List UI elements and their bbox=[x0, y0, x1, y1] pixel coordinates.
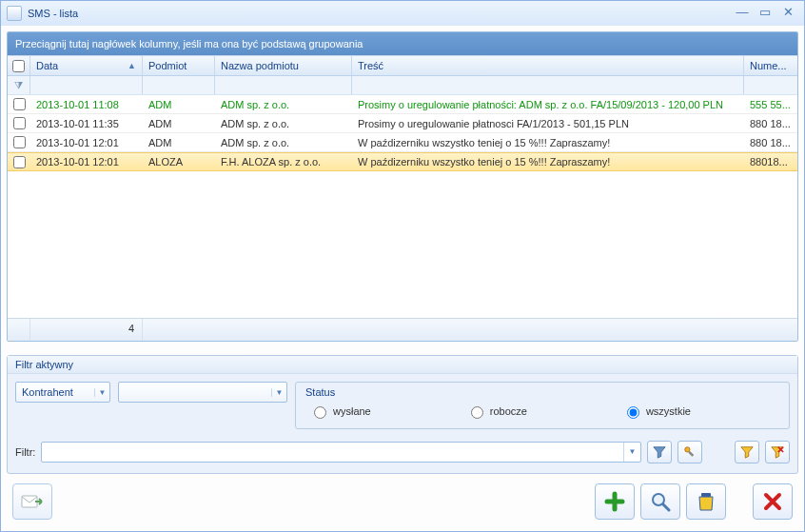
titlebar: SMS - lista — ▭ ✕ bbox=[1, 1, 804, 26]
magnifier-icon bbox=[650, 491, 671, 512]
cell-numer: 880 18... bbox=[744, 118, 797, 129]
close-button[interactable]: ✕ bbox=[777, 6, 798, 21]
bottom-toolbar bbox=[7, 476, 798, 525]
col-data[interactable]: Data▲ bbox=[30, 56, 143, 75]
close-window-button[interactable] bbox=[753, 483, 793, 520]
trash-icon bbox=[697, 491, 716, 512]
table-row[interactable]: 2013-10-01 11:35ADMADM sp. z o.o.Prosimy… bbox=[8, 114, 797, 133]
select-all-checkbox[interactable] bbox=[12, 60, 25, 72]
cell-podmiot: ADM bbox=[143, 99, 215, 110]
cell-podmiot: ALOZA bbox=[143, 156, 215, 167]
cell-numer: 88018... bbox=[744, 156, 797, 167]
minimize-button[interactable]: — bbox=[732, 6, 753, 21]
plus-icon bbox=[604, 491, 625, 512]
table-row[interactable]: 2013-10-01 12:01ADMADM sp. z o.o.W paźdi… bbox=[8, 133, 797, 152]
status-group: Status wysłane robocze wszystkie bbox=[295, 382, 790, 429]
clear-filter-button[interactable] bbox=[765, 441, 790, 463]
row-checkbox[interactable] bbox=[13, 98, 26, 110]
cell-nazwa: ADM sp. z o.o. bbox=[215, 137, 352, 148]
filter-label: Filtr: bbox=[15, 446, 35, 458]
col-nazwa[interactable]: Nazwa podmiotu bbox=[215, 56, 352, 75]
grid-footer: 4 bbox=[8, 318, 797, 341]
col-checkbox[interactable] bbox=[8, 56, 30, 75]
filter-text-input[interactable] bbox=[42, 443, 623, 462]
favorite-filter-button[interactable] bbox=[735, 441, 759, 463]
cell-data: 2013-10-01 12:01 bbox=[30, 156, 143, 167]
maximize-button[interactable]: ▭ bbox=[755, 6, 776, 21]
status-wyslane[interactable]: wysłane bbox=[309, 404, 371, 419]
sms-grid: Przeciągnij tutaj nagłówek kolumny, jeśl… bbox=[7, 31, 798, 342]
row-checkbox[interactable] bbox=[13, 117, 26, 129]
filter-text-combo[interactable]: ▼ bbox=[41, 442, 641, 463]
funnel-icon bbox=[653, 445, 666, 459]
groupby-bar[interactable]: Przeciągnij tutaj nagłówek kolumny, jeśl… bbox=[8, 32, 797, 55]
row-checkbox[interactable] bbox=[13, 156, 26, 168]
groupby-hint: Przeciągnij tutaj nagłówek kolumny, jeśl… bbox=[15, 38, 363, 49]
filter-field-value: Kontrahent bbox=[16, 386, 94, 398]
filter-panel-title: Filtr aktywny bbox=[8, 356, 797, 374]
cell-data: 2013-10-01 12:01 bbox=[30, 137, 143, 148]
svg-rect-1 bbox=[688, 451, 694, 457]
filter-panel: Filtr aktywny Kontrahent ▼ ▼ Status wysł… bbox=[7, 355, 798, 474]
cell-numer: 880 18... bbox=[744, 137, 797, 148]
chevron-down-icon: ▼ bbox=[271, 388, 286, 397]
svg-rect-2 bbox=[22, 496, 37, 507]
cell-tresc: W paźdizerniku wszystko teniej o 15 %!!!… bbox=[352, 156, 744, 167]
add-button[interactable] bbox=[595, 483, 635, 520]
status-wszystkie[interactable]: wszystkie bbox=[622, 404, 691, 419]
x-icon bbox=[763, 492, 782, 511]
funnel-clear-icon bbox=[771, 445, 784, 459]
window-title: SMS - lista bbox=[28, 8, 78, 19]
row-count: 4 bbox=[30, 319, 143, 341]
delete-button[interactable] bbox=[686, 483, 726, 520]
send-button[interactable] bbox=[12, 483, 52, 520]
table-row[interactable]: 2013-10-01 11:08ADMADM sp. z o.o.Prosimy… bbox=[8, 95, 797, 114]
sort-asc-icon: ▲ bbox=[128, 61, 136, 70]
filter-value-combo[interactable]: ▼ bbox=[118, 382, 287, 403]
apply-filter-button[interactable] bbox=[647, 441, 672, 463]
cell-podmiot: ADM bbox=[143, 137, 215, 148]
cell-data: 2013-10-01 11:08 bbox=[30, 99, 143, 110]
filter-funnel[interactable]: ⧩ bbox=[8, 76, 30, 94]
col-tresc[interactable]: Treść bbox=[352, 56, 744, 75]
status-robocze[interactable]: robocze bbox=[466, 404, 527, 419]
grid-filter-row: ⧩ bbox=[8, 76, 797, 95]
cell-tresc: W paźdizerniku wszystko teniej o 15 %!!!… bbox=[352, 137, 744, 148]
builder-button[interactable] bbox=[677, 441, 702, 463]
cell-nazwa: ADM sp. z o.o. bbox=[215, 99, 352, 110]
cell-data: 2013-10-01 11:35 bbox=[30, 118, 143, 129]
svg-point-0 bbox=[685, 447, 690, 452]
grid-body: 2013-10-01 11:08ADMADM sp. z o.o.Prosimy… bbox=[8, 95, 797, 318]
funnel-star-icon bbox=[740, 445, 754, 459]
row-checkbox[interactable] bbox=[13, 136, 26, 148]
svg-rect-5 bbox=[701, 493, 711, 497]
cell-nazwa: ADM sp. z o.o. bbox=[215, 118, 352, 129]
col-numer[interactable]: Nume... bbox=[744, 56, 797, 75]
col-podmiot[interactable]: Podmiot bbox=[143, 56, 215, 75]
wrench-icon bbox=[683, 445, 697, 459]
cell-tresc: Prosimy o uregulowanie płatności: ADM sp… bbox=[352, 99, 744, 110]
cell-numer: 555 55... bbox=[744, 99, 797, 110]
table-row[interactable]: 2013-10-01 12:01ALOZAF.H. ALOZA sp. z o.… bbox=[8, 152, 797, 171]
filter-field-combo[interactable]: Kontrahent ▼ bbox=[15, 382, 110, 403]
svg-line-4 bbox=[663, 504, 669, 510]
view-button[interactable] bbox=[640, 483, 680, 520]
chevron-down-icon[interactable]: ▼ bbox=[623, 443, 640, 462]
chevron-down-icon: ▼ bbox=[94, 388, 109, 397]
funnel-icon: ⧩ bbox=[14, 79, 23, 91]
status-label: Status bbox=[305, 386, 779, 398]
cell-podmiot: ADM bbox=[143, 118, 215, 129]
app-icon bbox=[7, 6, 22, 21]
cell-nazwa: F.H. ALOZA sp. z o.o. bbox=[215, 156, 352, 167]
grid-header: Data▲ Podmiot Nazwa podmiotu Treść Nume.… bbox=[8, 55, 797, 76]
cell-tresc: Prosimy o uregulowanie płatnosci FA/1/20… bbox=[352, 118, 744, 129]
envelope-arrow-icon bbox=[21, 492, 44, 511]
